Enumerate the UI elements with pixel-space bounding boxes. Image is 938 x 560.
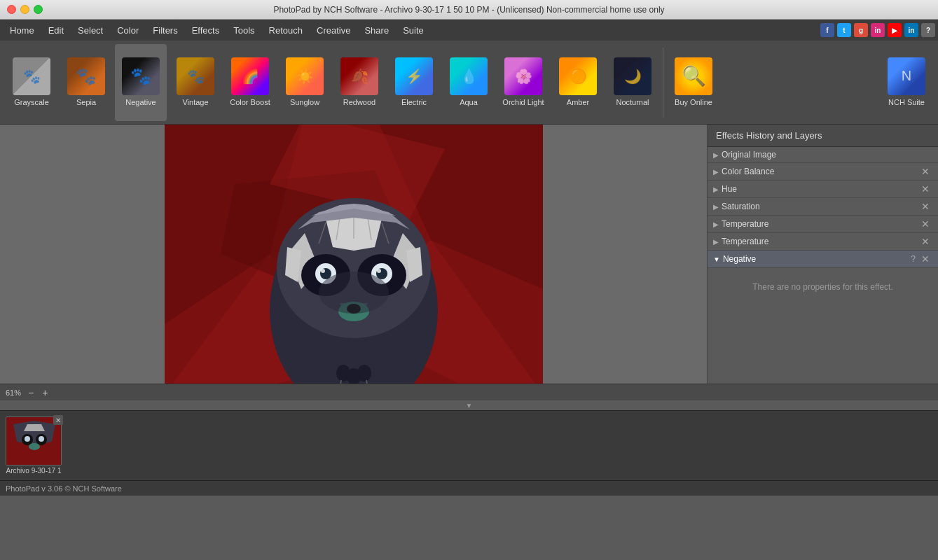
toolbar-separator xyxy=(663,48,663,118)
tool-orchid[interactable]: 🌸 Orchid Light xyxy=(497,44,549,121)
help-icon[interactable]: ? xyxy=(921,23,935,37)
tool-sunglow[interactable]: ☀️ Sunglow xyxy=(279,44,331,121)
tool-vintage[interactable]: 🐾 Vintage xyxy=(170,44,221,121)
menu-suite[interactable]: Suite xyxy=(396,22,431,38)
menu-creative[interactable]: Creative xyxy=(310,22,357,38)
maximize-button[interactable] xyxy=(34,5,43,14)
svg-point-47 xyxy=(39,436,44,442)
effect-name-negative: Negative xyxy=(723,254,911,264)
nocturnal-icon: 🌙 xyxy=(614,57,651,95)
toolbar: 🐾 Grayscale 🐾 Sepia 🐾 Negative 🐾 Vintage… xyxy=(0,41,938,125)
vintage-icon: 🐾 xyxy=(177,57,214,95)
tool-buy[interactable]: 🔍 Buy Online xyxy=(668,44,719,121)
effect-remove-colorbalance[interactable]: ✕ xyxy=(918,166,932,177)
menu-home[interactable]: Home xyxy=(3,22,41,38)
sunglow-label: Sunglow xyxy=(290,98,319,107)
redwood-icon: 🍂 xyxy=(340,57,378,95)
effect-name-saturation: Saturation xyxy=(722,202,918,211)
amber-icon: 🟠 xyxy=(559,57,597,95)
effect-toggle-negative: ▼ xyxy=(713,255,720,263)
menu-color[interactable]: Color xyxy=(110,22,146,38)
tool-nocturnal[interactable]: 🌙 Nocturnal xyxy=(607,44,658,121)
bottom-status-text: PhotoPad v 3.06 © NCH Software xyxy=(6,484,122,493)
aqua-label: Aqua xyxy=(460,98,478,107)
effect-toggle-original: ▶ xyxy=(713,151,719,159)
tool-colorboost[interactable]: 🌈 Color Boost xyxy=(224,44,276,121)
filmstrip-item-0[interactable]: ✕ Archivo 9-30-17 1 xyxy=(6,416,62,475)
effect-row-colorbalance[interactable]: ▶ Color Balance ✕ xyxy=(708,163,938,181)
effect-remove-temperature1[interactable]: ✕ xyxy=(918,218,932,230)
effect-remove-negative[interactable]: ✕ xyxy=(918,253,932,265)
svg-point-48 xyxy=(29,443,40,450)
google-icon[interactable]: g xyxy=(854,23,868,37)
scroll-area: ▼ xyxy=(0,400,938,410)
tool-electric[interactable]: ⚡ Electric xyxy=(388,44,440,121)
effect-row-temperature1[interactable]: ▶ Temperature ✕ xyxy=(708,216,938,233)
effect-help-negative[interactable]: ? xyxy=(911,254,916,264)
tool-nch[interactable]: N NCH Suite xyxy=(881,44,932,121)
tool-sepia[interactable]: 🐾 Sepia xyxy=(60,44,112,121)
window-title: PhotoPad by NCH Software - Archivo 9-30-… xyxy=(273,5,664,15)
negative-icon: 🐾 xyxy=(122,57,160,95)
scroll-chevron-down[interactable]: ▼ xyxy=(466,402,473,410)
facebook-icon[interactable]: f xyxy=(820,23,834,37)
statusbar: 61% − + xyxy=(0,384,938,400)
youtube-icon[interactable]: ▶ xyxy=(888,23,902,37)
effect-toggle-saturation: ▶ xyxy=(713,203,719,211)
effect-row-hue[interactable]: ▶ Hue ✕ xyxy=(708,181,938,198)
effect-name-hue: Hue xyxy=(722,184,918,194)
effect-row-saturation[interactable]: ▶ Saturation ✕ xyxy=(708,198,938,216)
tool-negative[interactable]: 🐾 Negative xyxy=(115,44,167,121)
effect-toggle-colorbalance: ▶ xyxy=(713,168,719,176)
svg-point-46 xyxy=(25,436,30,442)
menu-tools[interactable]: Tools xyxy=(226,22,261,38)
aqua-icon: 💧 xyxy=(450,57,488,95)
menu-filters[interactable]: Filters xyxy=(146,22,184,38)
effect-remove-hue[interactable]: ✕ xyxy=(918,183,932,195)
orchid-icon: 🌸 xyxy=(504,57,542,95)
menu-share[interactable]: Share xyxy=(357,22,396,38)
redwood-label: Redwood xyxy=(343,98,375,107)
menu-effects[interactable]: Effects xyxy=(185,22,227,38)
electric-icon: ⚡ xyxy=(395,57,433,95)
colorboost-icon: 🌈 xyxy=(231,57,269,95)
effect-row-original[interactable]: ▶ Original Image xyxy=(708,147,938,163)
canvas-area[interactable] xyxy=(0,125,707,384)
svg-point-29 xyxy=(319,272,389,314)
effect-row-negative[interactable]: ▼ Negative ? ✕ xyxy=(708,251,938,268)
sunglow-icon: ☀️ xyxy=(286,57,324,95)
menu-edit[interactable]: Edit xyxy=(41,22,71,38)
tool-amber[interactable]: 🟠 Amber xyxy=(552,44,604,121)
tool-redwood[interactable]: 🍂 Redwood xyxy=(333,44,385,121)
minimize-button[interactable] xyxy=(20,5,29,14)
tool-aqua[interactable]: 💧 Aqua xyxy=(443,44,495,121)
effect-remove-temperature2[interactable]: ✕ xyxy=(918,236,932,247)
menu-retouch[interactable]: Retouch xyxy=(262,22,310,38)
nch-label: NCH Suite xyxy=(888,98,925,107)
orchid-label: Orchid Light xyxy=(502,98,544,107)
svg-point-38 xyxy=(357,365,371,382)
filmstrip: ✕ Archivo 9-30-17 1 xyxy=(0,410,938,480)
menubar: Home Edit Select Color Filters Effects T… xyxy=(0,20,938,41)
instagram-icon[interactable]: in xyxy=(871,23,885,37)
zoom-increase-button[interactable]: + xyxy=(41,387,49,398)
zoom-decrease-button[interactable]: − xyxy=(27,387,35,398)
tool-grayscale[interactable]: 🐾 Grayscale xyxy=(6,44,57,121)
effect-remove-saturation[interactable]: ✕ xyxy=(918,201,932,212)
amber-label: Amber xyxy=(567,98,589,107)
vintage-label: Vintage xyxy=(182,98,208,107)
svg-marker-49 xyxy=(24,424,45,431)
sepia-label: Sepia xyxy=(76,98,96,107)
filmstrip-label-0: Archivo 9-30-17 1 xyxy=(6,467,62,475)
twitter-icon[interactable]: t xyxy=(837,23,851,37)
photo-canvas xyxy=(165,125,543,384)
filmstrip-close-0[interactable]: ✕ xyxy=(53,415,63,425)
buy-label: Buy Online xyxy=(675,98,712,107)
close-button[interactable] xyxy=(7,5,16,14)
linkedin-icon[interactable]: in xyxy=(904,23,918,37)
menu-select[interactable]: Select xyxy=(71,22,110,38)
effect-row-temperature2[interactable]: ▶ Temperature ✕ xyxy=(708,233,938,251)
negative-label: Negative xyxy=(125,98,156,107)
nocturnal-label: Nocturnal xyxy=(616,98,649,107)
titlebar: PhotoPad by NCH Software - Archivo 9-30-… xyxy=(0,0,938,20)
